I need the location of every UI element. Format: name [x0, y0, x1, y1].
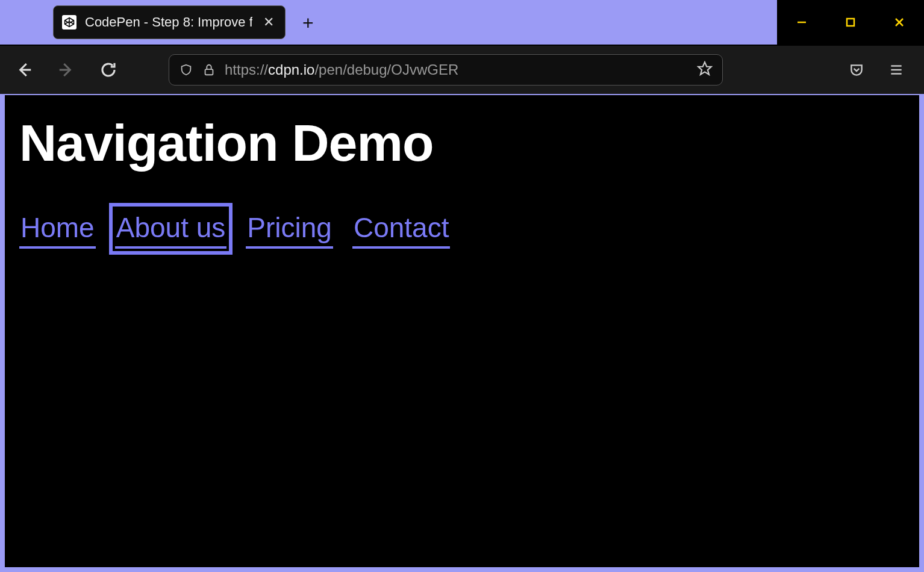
- browser-window: CodePen - Step 8: Improve focu ✕ +: [0, 0, 924, 572]
- svg-rect-4: [847, 19, 854, 26]
- app-menu-icon[interactable]: [887, 60, 906, 79]
- nav-link-contact[interactable]: Contact: [352, 209, 451, 249]
- page-viewport: Navigation Demo Home About us Pricing Co…: [5, 95, 919, 567]
- browser-tab[interactable]: CodePen - Step 8: Improve focu ✕: [53, 5, 286, 39]
- main-nav: Home About us Pricing Contact: [19, 209, 905, 249]
- bookmark-star-icon[interactable]: [697, 61, 713, 79]
- svg-marker-10: [698, 62, 711, 75]
- tab-title: CodePen - Step 8: Improve focu: [85, 14, 252, 30]
- titlebar: CodePen - Step 8: Improve focu ✕ +: [0, 0, 924, 45]
- back-button[interactable]: [12, 58, 36, 82]
- nav-link-pricing[interactable]: Pricing: [246, 209, 333, 249]
- shield-icon[interactable]: [179, 63, 193, 77]
- url-display: https://cdpn.io/pen/debug/OJvwGER: [225, 61, 688, 78]
- url-scheme: https://: [225, 61, 268, 78]
- forward-button[interactable]: [54, 58, 78, 82]
- pocket-icon[interactable]: [847, 60, 866, 79]
- minimize-button[interactable]: [785, 5, 819, 39]
- nav-link-about-us[interactable]: About us: [115, 209, 227, 249]
- url-path: /pen/debug/OJvwGER: [314, 61, 458, 78]
- close-tab-icon[interactable]: ✕: [261, 13, 276, 31]
- url-domain: cdpn.io: [268, 61, 314, 78]
- address-bar[interactable]: https://cdpn.io/pen/debug/OJvwGER: [169, 54, 723, 85]
- lock-icon[interactable]: [202, 63, 216, 77]
- nav-button-group: [12, 58, 120, 82]
- window-controls: [777, 0, 924, 45]
- maximize-button[interactable]: [834, 5, 867, 39]
- tab-strip: CodePen - Step 8: Improve focu ✕ +: [0, 0, 320, 39]
- new-tab-button[interactable]: +: [296, 7, 320, 39]
- reload-button[interactable]: [96, 58, 120, 82]
- codepen-icon: [62, 15, 76, 30]
- toolbar-right-icons: [847, 60, 906, 79]
- navigation-toolbar: https://cdpn.io/pen/debug/OJvwGER: [0, 45, 924, 94]
- nav-link-home[interactable]: Home: [19, 209, 96, 249]
- page-title: Navigation Demo: [19, 113, 905, 173]
- close-window-button[interactable]: [882, 5, 916, 39]
- svg-rect-9: [205, 69, 213, 75]
